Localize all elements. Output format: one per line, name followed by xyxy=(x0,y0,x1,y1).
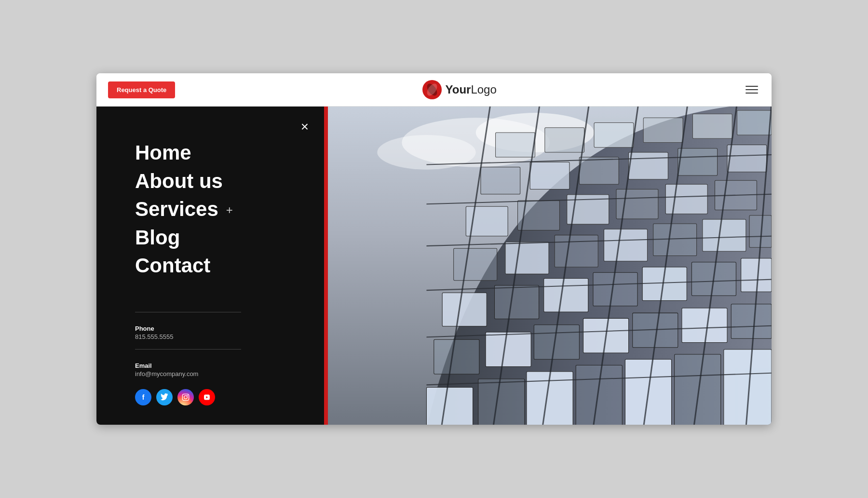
hero-image xyxy=(328,107,772,425)
nav-item-about[interactable]: About us xyxy=(135,169,309,194)
nav-menu: Home About us Services + Blog xyxy=(135,140,309,303)
youtube-icon[interactable] xyxy=(199,389,215,405)
svg-rect-17 xyxy=(530,162,570,189)
services-expand-icon[interactable]: + xyxy=(226,203,233,217)
nav-link-blog[interactable]: Blog xyxy=(135,225,180,251)
svg-rect-49 xyxy=(426,387,473,425)
svg-rect-18 xyxy=(579,157,619,184)
svg-point-4 xyxy=(184,396,188,399)
request-quote-button[interactable]: Request a Quote xyxy=(108,81,175,98)
svg-rect-14 xyxy=(692,114,732,138)
red-accent-bar xyxy=(324,107,328,425)
nav-label-blog: Blog xyxy=(135,225,180,251)
svg-rect-48 xyxy=(731,304,772,339)
svg-rect-43 xyxy=(486,332,531,367)
facebook-icon[interactable]: f xyxy=(135,389,151,405)
svg-rect-3 xyxy=(182,394,189,400)
svg-rect-32 xyxy=(653,224,697,256)
email-value: info@mycompany.com xyxy=(135,370,309,377)
social-icons: f xyxy=(135,389,309,405)
nav-label-about: About us xyxy=(135,169,223,194)
email-label: Email xyxy=(135,362,309,369)
logo-icon xyxy=(422,80,442,99)
nav-link-about[interactable]: About us xyxy=(135,169,223,194)
nav-item-services[interactable]: Services + xyxy=(135,197,309,222)
svg-rect-11 xyxy=(545,128,584,152)
nav-link-contact[interactable]: Contact xyxy=(135,253,210,279)
divider-2 xyxy=(135,349,241,350)
svg-rect-29 xyxy=(505,242,549,274)
hamburger-line-3 xyxy=(746,93,758,94)
svg-rect-47 xyxy=(682,308,727,343)
nav-overlay: × Home About us Services + xyxy=(96,107,328,425)
close-button[interactable]: × xyxy=(301,120,309,134)
svg-rect-15 xyxy=(737,110,772,135)
nav-link-home[interactable]: Home xyxy=(135,140,191,166)
svg-rect-42 xyxy=(434,339,479,374)
svg-rect-21 xyxy=(727,145,767,172)
header: Request a Quote YourLogo xyxy=(96,73,772,107)
svg-rect-38 xyxy=(593,272,637,306)
svg-rect-28 xyxy=(454,248,497,280)
instagram-icon[interactable] xyxy=(177,389,194,405)
svg-rect-35 xyxy=(442,293,487,326)
hamburger-line-1 xyxy=(746,86,758,87)
nav-label-home: Home xyxy=(135,140,191,166)
svg-rect-30 xyxy=(555,235,598,267)
contact-email-section: Email info@mycompany.com xyxy=(135,362,309,377)
svg-rect-12 xyxy=(594,123,634,148)
nav-item-blog[interactable]: Blog xyxy=(135,225,309,251)
logo: YourLogo xyxy=(422,80,497,99)
svg-rect-16 xyxy=(481,167,520,194)
svg-rect-37 xyxy=(544,279,588,312)
svg-rect-19 xyxy=(629,152,668,179)
nav-item-home[interactable]: Home xyxy=(135,140,309,166)
svg-rect-52 xyxy=(576,365,622,425)
twitter-icon[interactable] xyxy=(156,389,173,405)
building-illustration xyxy=(328,107,772,425)
main-content: × Home About us Services + xyxy=(96,107,772,425)
svg-rect-54 xyxy=(675,354,721,425)
divider-1 xyxy=(135,312,241,312)
svg-rect-33 xyxy=(703,219,746,251)
phone-label: Phone xyxy=(135,325,309,332)
browser-frame: Request a Quote YourLogo × xyxy=(96,73,772,425)
phone-value: 815.555.5555 xyxy=(135,333,309,340)
svg-rect-50 xyxy=(478,379,525,425)
logo-text: YourLogo xyxy=(446,83,497,96)
svg-rect-13 xyxy=(643,118,683,142)
nav-label-contact: Contact xyxy=(135,253,210,279)
hamburger-line-2 xyxy=(746,89,758,90)
hamburger-button[interactable] xyxy=(744,84,760,95)
svg-rect-41 xyxy=(741,258,772,292)
contact-phone-section: Phone 815.555.5555 xyxy=(135,325,309,340)
nav-link-services[interactable]: Services + xyxy=(135,197,233,222)
svg-point-5 xyxy=(187,395,188,396)
svg-rect-36 xyxy=(495,285,539,319)
svg-rect-31 xyxy=(604,229,647,261)
svg-rect-10 xyxy=(496,133,535,157)
nav-label-services: Services xyxy=(135,197,218,222)
nav-item-contact[interactable]: Contact xyxy=(135,253,309,279)
svg-rect-26 xyxy=(665,184,707,214)
svg-rect-20 xyxy=(678,148,718,175)
